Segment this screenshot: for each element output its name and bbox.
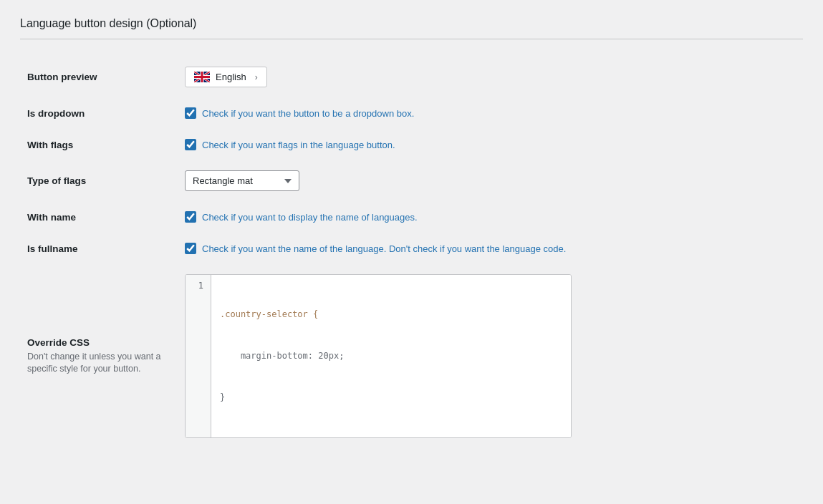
checkbox-label-name: Check if you want to display the name of… (202, 212, 418, 223)
row-type-of-flags: Type of flags Rectangle mat Rectangle sh… (20, 160, 803, 201)
settings-table: Button preview English › (20, 57, 803, 448)
checkbox-is-fullname[interactable] (185, 243, 196, 254)
value-button-preview: English › (178, 57, 803, 97)
row-override-css: Override CSS Don't change it unless you … (20, 264, 803, 448)
row-is-fullname: Is fullname Check if you want the name o… (20, 233, 803, 264)
page-container: Language button design (Optional) Button… (0, 0, 823, 504)
label-is-dropdown: Is dropdown (20, 97, 178, 129)
code-brace: } (220, 392, 225, 402)
code-line-3: } (220, 391, 562, 404)
code-content[interactable]: .country-selector { margin-bottom: 20px;… (211, 275, 571, 437)
code-line-2: margin-bottom: 20px; (220, 349, 562, 363)
label-with-flags: With flags (20, 129, 178, 160)
checkbox-row-name: Check if you want to display the name of… (185, 211, 796, 223)
row-is-dropdown: Is dropdown Check if you want the button… (20, 97, 803, 129)
checkbox-with-flags[interactable] (185, 139, 196, 150)
value-is-dropdown: Check if you want the button to be a dro… (178, 97, 803, 129)
label-override-css: Override CSS Don't change it unless you … (20, 264, 178, 448)
row-with-flags: With flags Check if you want flags in th… (20, 129, 803, 160)
button-preview-btn[interactable]: English › (185, 67, 267, 87)
value-with-name: Check if you want to display the name of… (178, 201, 803, 233)
divider (20, 39, 803, 39)
checkbox-row-flags: Check if you want flags in the language … (185, 139, 796, 150)
checkbox-label-dropdown: Check if you want the button to be a dro… (202, 108, 414, 119)
code-property: margin-bottom: 20px; (220, 351, 344, 361)
label-button-preview: Button preview (20, 57, 178, 97)
value-with-flags: Check if you want flags in the language … (178, 129, 803, 160)
code-selector: .country-selector { (220, 309, 318, 319)
value-is-fullname: Check if you want the name of the langua… (178, 233, 803, 264)
button-preview-text: English (216, 72, 246, 82)
checkbox-label-flags: Check if you want flags in the language … (202, 140, 395, 150)
override-css-sublabel: Don't change it unless you want a specif… (27, 351, 170, 376)
checkbox-with-name[interactable] (185, 211, 196, 223)
row-with-name: With name Check if you want to display t… (20, 201, 803, 233)
value-override-css: 1 .country-selector { margin-bottom: 20p… (178, 264, 803, 448)
override-css-title: Override CSS (27, 337, 170, 348)
value-type-of-flags: Rectangle mat Rectangle shiny Round Squa… (178, 160, 803, 201)
checkbox-row-dropdown: Check if you want the button to be a dro… (185, 107, 796, 119)
row-button-preview: Button preview English › (20, 57, 803, 97)
code-line-1: .country-selector { (220, 308, 562, 321)
chevron-right-icon: › (255, 72, 258, 82)
checkbox-is-dropdown[interactable] (185, 107, 196, 119)
label-with-name: With name (20, 201, 178, 233)
uk-flag-icon (194, 72, 210, 82)
checkbox-row-fullname: Check if you want the name of the langua… (185, 243, 796, 254)
css-editor: 1 .country-selector { margin-bottom: 20p… (185, 274, 572, 438)
line-numbers: 1 (186, 275, 211, 437)
label-type-of-flags: Type of flags (20, 160, 178, 201)
select-type-of-flags[interactable]: Rectangle mat Rectangle shiny Round Squa… (185, 170, 299, 191)
line-number-1: 1 (193, 281, 203, 291)
checkbox-label-fullname: Check if you want the name of the langua… (202, 243, 566, 254)
label-is-fullname: Is fullname (20, 233, 178, 264)
page-title: Language button design (Optional) (20, 17, 803, 30)
